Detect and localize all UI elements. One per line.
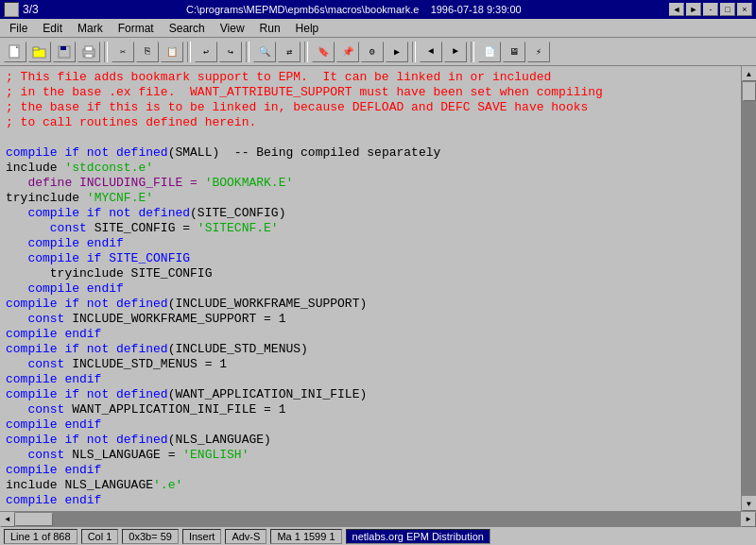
distribution-label: netlabs.org EPM Distribution	[352, 531, 484, 542]
status-bar: Line 1 of 868 Col 1 0x3b= 59 Insert Adv-…	[0, 526, 756, 545]
nav-left-btn[interactable]: ◄	[669, 3, 684, 16]
scroll-up-btn[interactable]: ▲	[742, 66, 757, 81]
menu-search[interactable]: Search	[162, 20, 213, 37]
status-advs: Adv-S	[225, 529, 266, 544]
print-btn[interactable]	[77, 42, 100, 62]
sep6	[471, 42, 474, 62]
redo-btn[interactable]: ↪	[219, 42, 242, 62]
title-bar: 3/3 C:\programs\MEPMD\epmb6s\macros\book…	[0, 0, 756, 19]
scroll-track-right[interactable]	[742, 81, 757, 496]
compile-btn[interactable]: ⚙	[361, 42, 384, 62]
sep4	[304, 42, 308, 62]
new-btn[interactable]	[4, 42, 26, 62]
menu-format[interactable]: Format	[111, 20, 162, 37]
search-btn[interactable]: 🔍	[253, 42, 276, 62]
status-distribution: netlabs.org EPM Distribution	[346, 529, 490, 544]
menu-view[interactable]: View	[213, 20, 252, 37]
col-number: Col 1	[88, 531, 112, 542]
editor-area[interactable]: ; This file adds bookmark support to EPM…	[0, 66, 741, 511]
replace-btn[interactable]: ⇄	[278, 42, 301, 62]
scroll-track-bottom[interactable]	[15, 512, 741, 527]
status-col: Col 1	[81, 529, 119, 544]
sep3	[246, 42, 249, 62]
code-content[interactable]: ; This file adds bookmark support to EPM…	[0, 66, 741, 511]
toolbar: ✂ ⎘ 📋 ↩ ↪ 🔍 ⇄ 🔖 📌 ⚙ ▶ ◄ ► 📄 🖥 ⚡	[0, 38, 756, 66]
scroll-thumb-right[interactable]	[743, 82, 756, 101]
bookmark-btn[interactable]: 🔖	[312, 42, 335, 62]
sep1	[104, 42, 108, 62]
save-btn[interactable]	[53, 42, 76, 62]
menu-bar: File Edit Mark Format Search View Run He…	[0, 19, 756, 38]
svg-rect-5	[60, 46, 66, 50]
extra1-btn[interactable]: ◄	[420, 42, 442, 62]
scroll-down-btn[interactable]: ▼	[742, 496, 757, 511]
cut-btn[interactable]: ✂	[112, 42, 134, 62]
copy-btn[interactable]: ⎘	[136, 42, 159, 62]
menu-mark[interactable]: Mark	[70, 20, 111, 37]
scroll-thumb-bottom[interactable]	[15, 513, 53, 526]
close-btn[interactable]: ×	[737, 3, 752, 16]
menu-file[interactable]: File	[2, 20, 35, 37]
scroll-left-btn[interactable]: ◄	[0, 512, 15, 527]
open-btn[interactable]	[28, 42, 51, 62]
extra5-btn[interactable]: ⚡	[527, 42, 550, 62]
extra2-btn[interactable]: ►	[444, 42, 467, 62]
nav-right-btn[interactable]: ►	[686, 3, 701, 16]
run-btn[interactable]: ▶	[386, 42, 408, 62]
app-icon	[4, 2, 19, 17]
menu-help[interactable]: Help	[288, 20, 327, 37]
sep5	[412, 42, 416, 62]
title-text: C:\programs\MEPMD\epmb6s\macros\bookmark…	[39, 4, 669, 15]
undo-btn[interactable]: ↩	[195, 42, 217, 62]
adv-setting: Adv-S	[232, 531, 260, 542]
menu-run[interactable]: Run	[252, 20, 288, 37]
file-date: 1996-07-18 9:39:00	[431, 4, 522, 15]
edit-mode: Insert	[189, 531, 215, 542]
ma-value: Ma 1 1599 1	[277, 531, 335, 542]
bookmark2-btn[interactable]: 📌	[336, 42, 359, 62]
line-number: Line 1 of 868	[10, 531, 71, 542]
svg-rect-7	[85, 46, 93, 51]
status-hex: 0x3b= 59	[122, 529, 179, 544]
scroll-right-btn[interactable]: ►	[741, 512, 756, 527]
paste-btn[interactable]: 📋	[161, 42, 183, 62]
status-ma: Ma 1 1599 1	[270, 529, 341, 544]
maximize-btn[interactable]: □	[720, 3, 735, 16]
tab-indicator: 3/3	[23, 3, 39, 16]
status-line: Line 1 of 868	[4, 529, 77, 544]
menu-edit[interactable]: Edit	[35, 20, 70, 37]
minimize-btn[interactable]: -	[703, 3, 718, 16]
scrollbar-right[interactable]: ▲ ▼	[741, 66, 756, 511]
title-buttons: ◄ ► - □ ×	[669, 3, 752, 16]
hex-value: 0x3b= 59	[129, 531, 172, 542]
status-mode: Insert	[182, 529, 222, 544]
file-path: C:\programs\MEPMD\epmb6s\macros\bookmark…	[186, 4, 419, 15]
sep2	[187, 42, 191, 62]
extra3-btn[interactable]: 📄	[478, 42, 501, 62]
title-left: 3/3	[4, 2, 39, 17]
extra4-btn[interactable]: 🖥	[503, 42, 525, 62]
svg-rect-3	[33, 47, 39, 50]
scrollbar-bottom[interactable]: ◄ ►	[0, 511, 756, 526]
editor-container: ; This file adds bookmark support to EPM…	[0, 66, 756, 511]
svg-rect-8	[85, 54, 93, 58]
